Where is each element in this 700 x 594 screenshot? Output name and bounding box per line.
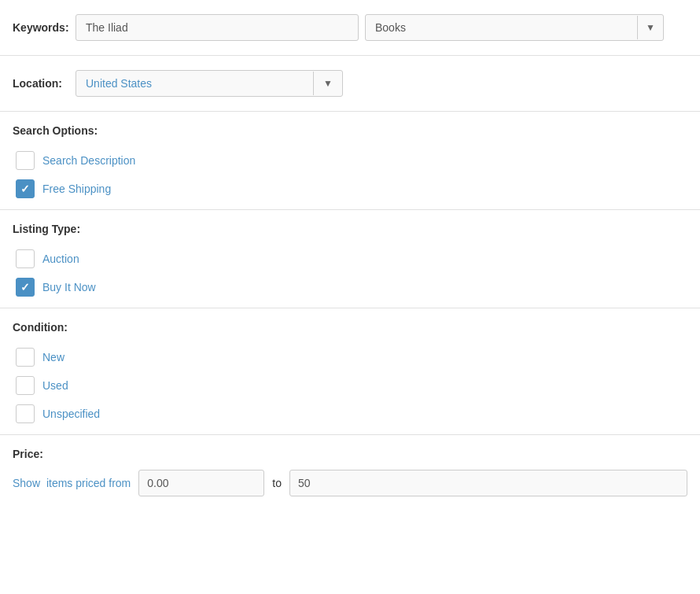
free-shipping-checkbox[interactable] <box>16 179 35 198</box>
price-prompt-static: Show items priced from <box>13 477 131 489</box>
auction-label[interactable]: Auction <box>42 253 79 265</box>
buy-it-now-checkbox[interactable] <box>16 278 35 297</box>
condition-section: Condition: New Used Unspecified <box>0 308 700 434</box>
condition-title: Condition: <box>13 321 687 334</box>
buy-it-now-row: Buy It Now <box>13 273 687 301</box>
price-row: Show items priced from to <box>13 470 687 496</box>
unspecified-label[interactable]: Unspecified <box>42 408 100 420</box>
search-description-row: Search Description <box>13 146 687 175</box>
keywords-label: Keywords: <box>13 21 76 34</box>
keywords-row: Keywords: Books ▼ <box>0 0 700 55</box>
location-dropdown-arrow[interactable]: ▼ <box>313 72 342 95</box>
search-description-label[interactable]: Search Description <box>42 154 135 167</box>
category-select-wrapper: Books ▼ <box>365 14 664 41</box>
listing-type-title: Listing Type: <box>13 223 687 235</box>
new-checkbox[interactable] <box>16 348 35 367</box>
keywords-input[interactable] <box>76 14 359 41</box>
price-section: Price: Show items priced from to <box>0 435 700 512</box>
used-label[interactable]: Used <box>42 379 68 392</box>
search-options-title: Search Options: <box>13 124 687 137</box>
listing-type-section: Listing Type: Auction Buy It Now <box>0 210 700 308</box>
location-row: Location: United States ▼ <box>0 56 700 111</box>
category-dropdown-arrow[interactable]: ▼ <box>637 16 663 39</box>
location-label: Location: <box>13 77 76 90</box>
free-shipping-label[interactable]: Free Shipping <box>42 183 111 195</box>
price-to-input[interactable] <box>289 470 687 496</box>
price-title: Price: <box>13 448 687 460</box>
auction-row: Auction <box>13 245 687 273</box>
location-wrapper: United States ▼ <box>76 70 343 97</box>
used-row: Used <box>13 371 687 400</box>
category-select[interactable]: Books <box>366 15 637 40</box>
price-to-label: to <box>272 477 282 489</box>
unspecified-row: Unspecified <box>13 400 687 428</box>
price-prompt-link[interactable]: items priced from <box>46 477 131 489</box>
free-shipping-row: Free Shipping <box>13 175 687 203</box>
used-checkbox[interactable] <box>16 376 35 395</box>
search-description-checkbox[interactable] <box>16 151 35 170</box>
unspecified-checkbox[interactable] <box>16 404 35 423</box>
auction-checkbox[interactable] <box>16 249 35 268</box>
location-value[interactable]: United States <box>76 71 313 96</box>
price-from-input[interactable] <box>138 470 264 496</box>
new-row: New <box>13 343 687 371</box>
buy-it-now-label[interactable]: Buy It Now <box>42 281 96 293</box>
new-label[interactable]: New <box>42 351 64 363</box>
search-options-section: Search Options: Search Description Free … <box>0 112 700 209</box>
